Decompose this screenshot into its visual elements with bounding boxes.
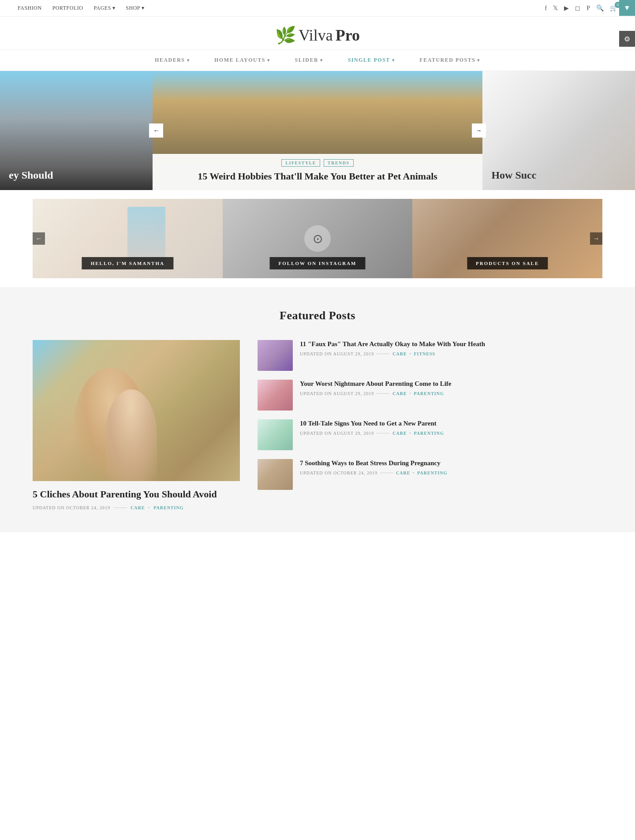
nav-slider[interactable]: SLIDER▾	[282, 50, 335, 71]
pinterest-icon[interactable]: P	[586, 5, 590, 12]
list-item[interactable]: Your Worst Nightmare About Parenting Com…	[258, 380, 602, 411]
search-icon[interactable]: 🔍	[596, 4, 604, 12]
list-item[interactable]: 11 "Faux Pas" That Are Actually Okay to …	[258, 340, 602, 371]
cart-icon[interactable]: 🛒 0	[610, 4, 617, 12]
list-item-content-3: 7 Soothing Ways to Beat Stress During Pr…	[300, 459, 602, 475]
banner-prev-button[interactable]: ←	[33, 232, 45, 245]
hero-right-peek: How Succ	[482, 71, 635, 190]
list-img-parenting1	[258, 380, 293, 411]
home-layouts-chevron: ▾	[267, 58, 270, 63]
list-item-meta-1: UPDATED ON AUGUST 29, 2019 CARE • PARENT…	[300, 391, 602, 396]
hero-title: 15 Weird Hobbies That'll Make You Better…	[161, 170, 474, 183]
meta-dot: •	[148, 506, 150, 510]
list-item-title-1: Your Worst Nightmare About Parenting Com…	[300, 380, 602, 388]
featured-main-tag-parenting[interactable]: PARENTING	[153, 505, 183, 510]
instagram-icon[interactable]: ◻	[575, 4, 580, 12]
headers-chevron: ▾	[187, 58, 190, 63]
banner-item-instagram[interactable]: ⊙ FOLLOW ON INSTAGRAM	[223, 199, 413, 278]
list-img-family	[258, 459, 293, 490]
list-item-tag-1-1[interactable]: PARENTING	[414, 391, 444, 396]
list-item-content-1: Your Worst Nightmare About Parenting Com…	[300, 380, 602, 396]
nav-pages[interactable]: PAGES▾	[93, 5, 115, 11]
hero-left-text: ey Should	[9, 169, 53, 181]
single-post-chevron: ▾	[392, 58, 395, 63]
list-item-date-0: UPDATED ON AUGUST 29, 2019	[300, 351, 374, 356]
banner-item-samantha[interactable]: HELLO, I'M SAMANTHA	[33, 199, 223, 278]
slider-prev-button[interactable]: ←	[149, 123, 163, 138]
featured-list: 11 "Faux Pas" That Are Actually Okay to …	[258, 340, 602, 510]
twitter-icon[interactable]: 𝕏	[553, 4, 558, 12]
nav-fashion[interactable]: FASHION	[18, 5, 42, 11]
top-right-icons: f 𝕏 ▶ ◻ P 🔍 🛒 0	[545, 4, 617, 12]
logo-text-pro: Pro	[336, 26, 360, 45]
settings-dropdown[interactable]: ▼	[619, 0, 635, 16]
logo-area: 🌿 Vilva Pro	[0, 17, 635, 49]
slider-chevron: ▾	[320, 58, 323, 63]
featured-main-post[interactable]: 5 Cliches About Parenting You Should Avo…	[33, 340, 240, 510]
list-item[interactable]: 7 Soothing Ways to Beat Stress During Pr…	[258, 459, 602, 490]
list-item-tag-1-2[interactable]: PARENTING	[414, 431, 444, 436]
main-nav: HEADERS▾ HOME LAYOUTS▾ SLIDER▾ SINGLE PO…	[0, 49, 635, 71]
featured-main-meta: UPDATED ON OCTOBER 24, 2019 CARE • PAREN…	[33, 505, 240, 510]
list-item-tag-care-1[interactable]: CARE	[392, 391, 407, 396]
list-item-content-0: 11 "Faux Pas" That Are Actually Okay to …	[300, 340, 602, 356]
youtube-icon[interactable]: ▶	[564, 4, 569, 12]
nav-single-post[interactable]: SINGLE POST▾	[336, 50, 407, 71]
facebook-icon[interactable]: f	[545, 5, 547, 12]
hero-right-text: How Succ	[491, 169, 536, 181]
shop-chevron: ▾	[142, 5, 145, 11]
meta-divider-3	[380, 473, 393, 473]
list-item-title-3: 7 Soothing Ways to Beat Stress During Pr…	[300, 459, 602, 468]
list-img-parenting2	[258, 419, 293, 450]
banner-next-button[interactable]: →	[590, 232, 602, 245]
banner-row: ← HELLO, I'M SAMANTHA ⊙ FOLLOW ON INSTAG…	[33, 199, 602, 278]
banner-item-products[interactable]: PRODUCTS ON SALE	[412, 199, 602, 278]
list-item-meta-2: UPDATED ON AUGUST 29, 2019 CARE • PARENT…	[300, 431, 602, 436]
meta-divider-0	[377, 354, 390, 354]
hero-overlay: LIFESTYLE TRENDS 15 Weird Hobbies That'l…	[153, 154, 483, 190]
list-item[interactable]: 10 Tell-Tale Signs You Need to Get a New…	[258, 419, 602, 450]
logo[interactable]: 🌿 Vilva Pro	[0, 26, 635, 45]
hero-center-slide: LIFESTYLE TRENDS 15 Weird Hobbies That'l…	[153, 71, 483, 190]
meta-divider-2	[377, 433, 390, 433]
meta-divider	[114, 508, 127, 508]
list-item-content-2: 10 Tell-Tale Signs You Need to Get a New…	[300, 419, 602, 436]
hero-tag-lifestyle[interactable]: LIFESTYLE	[281, 159, 320, 167]
featured-grid: 5 Cliches About Parenting You Should Avo…	[33, 340, 602, 510]
nav-headers[interactable]: HEADERS▾	[142, 50, 202, 71]
list-item-tag-care-0[interactable]: CARE	[392, 351, 407, 356]
floating-settings-button[interactable]: ⚙	[619, 31, 635, 47]
nav-home-layouts[interactable]: HOME LAYOUTS▾	[202, 50, 282, 71]
nav-featured-posts[interactable]: FEATURED POSTS▾	[407, 50, 493, 71]
hero-slider: ey Should How Succ LIFESTYLE TRENDS 15 W…	[0, 71, 635, 190]
featured-main-image	[33, 340, 240, 481]
top-bar: FASHION PORTFOLIO PAGES▾ SHOP▾ f 𝕏 ▶ ◻ P…	[0, 0, 635, 17]
list-item-image-3	[258, 459, 293, 490]
pages-chevron: ▾	[112, 5, 116, 11]
logo-text-vilva: Vilva	[299, 26, 333, 45]
list-item-tag-care-2[interactable]: CARE	[392, 431, 407, 436]
hero-tag-trends[interactable]: TRENDS	[324, 159, 354, 167]
slider-next-button[interactable]: →	[472, 123, 486, 138]
nav-shop[interactable]: SHOP▾	[126, 5, 144, 11]
featured-main-date: UPDATED ON OCTOBER 24, 2019	[33, 505, 110, 510]
top-nav: FASHION PORTFOLIO PAGES▾ SHOP▾	[18, 5, 145, 11]
banner-label-samantha: HELLO, I'M SAMANTHA	[82, 257, 173, 269]
featured-section: Featured Posts 5 Cliches About Parenting…	[0, 287, 635, 532]
nav-portfolio[interactable]: PORTFOLIO	[52, 5, 83, 11]
list-item-image-2	[258, 419, 293, 450]
hero-tags: LIFESTYLE TRENDS	[161, 159, 474, 167]
hero-left-peek: ey Should	[0, 71, 153, 190]
list-img-care	[258, 340, 293, 371]
list-item-meta-0: UPDATED ON AUGUST 29, 2019 CARE • FITNES…	[300, 351, 602, 356]
list-item-tag-1-0[interactable]: FITNESS	[414, 351, 435, 356]
featured-section-title: Featured Posts	[33, 309, 602, 322]
featured-posts-chevron: ▾	[477, 58, 480, 63]
meta-divider-1	[377, 393, 390, 394]
list-item-date-1: UPDATED ON AUGUST 29, 2019	[300, 391, 374, 396]
list-item-tag-1-3[interactable]: PARENTING	[417, 470, 447, 475]
banner-label-instagram: FOLLOW ON INSTAGRAM	[270, 257, 366, 269]
list-item-tag-care-3[interactable]: CARE	[396, 470, 410, 475]
list-item-title-2: 10 Tell-Tale Signs You Need to Get a New…	[300, 419, 602, 428]
featured-main-tag-care[interactable]: CARE	[131, 505, 145, 510]
